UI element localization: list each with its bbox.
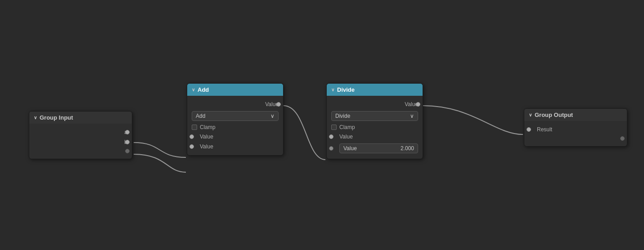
- add-body: Value Add ∨ Clamp Value: [187, 96, 283, 155]
- group-input-title: Group Input: [40, 114, 73, 121]
- group-input-socket-a[interactable]: [125, 130, 130, 134]
- add-dropdown-row: Add ∨: [192, 109, 279, 123]
- group-output-chevron: ∨: [529, 112, 532, 117]
- add-input2-socket[interactable]: [189, 144, 194, 149]
- group-input-row-a: a: [34, 127, 127, 137]
- add-dropdown[interactable]: Add ∨: [192, 111, 279, 121]
- divide-title: Divide: [337, 86, 355, 93]
- group-output-result-socket[interactable]: [527, 127, 531, 132]
- add-chevron: ∨: [192, 87, 195, 92]
- group-input-node: ∨ Group Input a b: [29, 111, 132, 159]
- add-output-socket[interactable]: [276, 102, 281, 107]
- group-output-header: ∨ Group Output: [524, 109, 627, 121]
- divide-body: Value Divide ∨ Clamp Value: [327, 96, 423, 159]
- divide-dropdown-chevron: ∨: [410, 113, 414, 119]
- add-input1-label: Value: [200, 134, 213, 140]
- divide-header: ∨ Divide: [327, 84, 423, 96]
- divide-input2-field[interactable]: Value 2.000: [339, 143, 418, 153]
- add-input2-row: Value: [192, 142, 279, 152]
- add-input1-row: Value: [192, 132, 279, 142]
- group-input-body: a b: [29, 124, 132, 159]
- add-dropdown-chevron: ∨: [270, 113, 275, 119]
- divide-node: ∨ Divide Value Divide ∨ Clamp: [326, 83, 423, 159]
- divide-clamp-row: Clamp: [331, 123, 418, 132]
- divide-input1-row: Value: [331, 132, 418, 142]
- add-dropdown-label: Add: [196, 113, 205, 119]
- divide-output-socket[interactable]: [416, 102, 420, 107]
- divide-output-row: Value: [331, 99, 418, 109]
- group-output-empty-row: [529, 134, 622, 143]
- node-canvas: ∨ Group Input a b ∨ Add: [0, 0, 644, 250]
- add-clamp-row: Clamp: [192, 123, 279, 132]
- group-output-body: Result: [524, 121, 627, 146]
- group-input-socket-b[interactable]: [125, 140, 130, 144]
- add-node: ∨ Add Value Add ∨ Clamp: [187, 83, 284, 156]
- add-input1-socket[interactable]: [189, 134, 194, 139]
- divide-input2-label: Value: [343, 145, 357, 152]
- group-output-result-row: Result: [529, 125, 622, 134]
- divide-input2-row: Value 2.000: [331, 142, 418, 155]
- group-input-row-empty: [34, 147, 127, 155]
- divide-dropdown-row: Divide ∨: [331, 109, 418, 123]
- add-title: Add: [198, 86, 209, 93]
- add-clamp-label: Clamp: [200, 124, 216, 130]
- group-input-row-b: b: [34, 137, 127, 147]
- divide-clamp-label: Clamp: [339, 124, 355, 130]
- divide-input2-socket[interactable]: [329, 146, 333, 151]
- divide-dropdown[interactable]: Divide ∨: [331, 111, 418, 121]
- group-output-title: Group Output: [535, 112, 573, 118]
- divide-dropdown-label: Divide: [335, 113, 350, 119]
- divide-input1-label: Value: [339, 134, 353, 140]
- divide-input2-value: 2.000: [401, 145, 414, 152]
- group-output-node: ∨ Group Output Result: [524, 108, 627, 147]
- add-output-row: Value: [192, 99, 279, 109]
- divide-clamp-checkbox[interactable]: [331, 125, 337, 130]
- divide-chevron: ∨: [331, 87, 334, 92]
- group-output-empty-socket[interactable]: [620, 136, 625, 141]
- divide-input1-socket[interactable]: [329, 134, 333, 139]
- group-input-socket-empty[interactable]: [125, 149, 130, 153]
- add-input2-label: Value: [200, 143, 213, 150]
- add-header: ∨ Add: [187, 84, 283, 96]
- group-input-header: ∨ Group Input: [29, 112, 132, 124]
- group-input-chevron: ∨: [34, 115, 37, 120]
- add-clamp-checkbox[interactable]: [192, 125, 197, 130]
- group-output-result-label: Result: [537, 126, 552, 133]
